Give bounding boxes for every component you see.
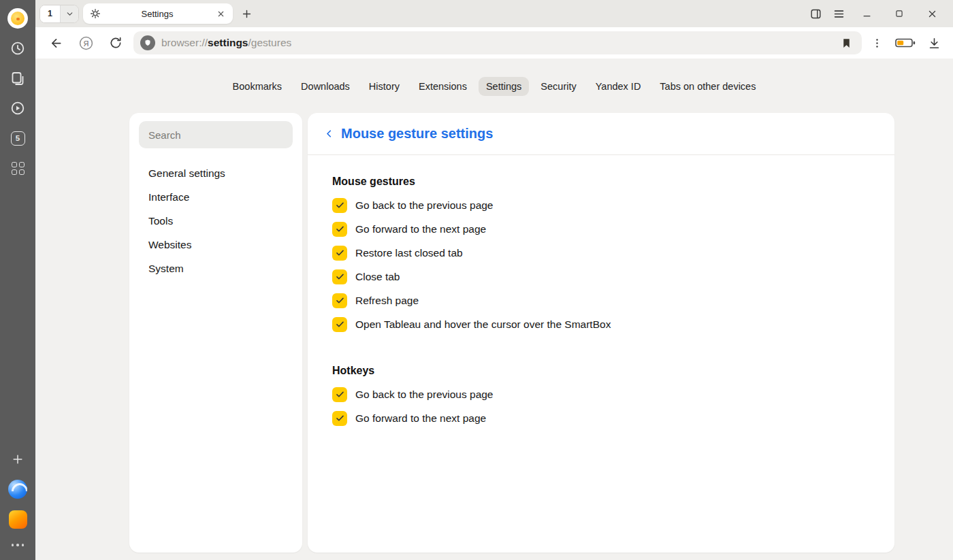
- tabs-counter: 5: [11, 131, 25, 146]
- avatar: [7, 8, 28, 29]
- checkbox[interactable]: [332, 387, 347, 402]
- active-tab[interactable]: Settings: [83, 3, 233, 24]
- checkbox[interactable]: [332, 246, 347, 261]
- search-input[interactable]: [139, 121, 293, 148]
- address-bar[interactable]: browser://settings/gestures: [133, 31, 862, 54]
- sidebar-item-tools[interactable]: Tools: [139, 209, 293, 233]
- checkbox[interactable]: [332, 411, 347, 426]
- tab-group-counter[interactable]: 1: [40, 5, 61, 22]
- tab-close-button[interactable]: [214, 7, 227, 20]
- browser-menu-button[interactable]: [829, 4, 848, 23]
- minimize-icon: [862, 9, 872, 19]
- history-clock-icon: [10, 40, 26, 56]
- address-more-button[interactable]: [867, 33, 886, 52]
- maximize-icon: [894, 9, 904, 18]
- address-row: Я browser://settings/gestures: [35, 27, 953, 59]
- checkbox[interactable]: [332, 317, 347, 332]
- video-button[interactable]: [5, 95, 31, 121]
- checkmark-icon: [335, 200, 345, 210]
- checkmark-icon: [335, 413, 345, 423]
- settings-sidebar-card: General settingsInterfaceToolsWebsitesSy…: [129, 113, 302, 553]
- checkmark-icon: [335, 319, 345, 329]
- option-label: Go back to the previous page: [355, 199, 494, 212]
- profile-avatar-button[interactable]: [5, 5, 31, 31]
- settings-sections-list: General settingsInterfaceToolsWebsitesSy…: [139, 161, 293, 280]
- new-tab-button[interactable]: [237, 4, 256, 23]
- history-button[interactable]: [5, 35, 31, 61]
- side-panel-button[interactable]: [806, 4, 825, 23]
- tabs-list-button[interactable]: 5: [5, 125, 31, 151]
- nav-item-history[interactable]: History: [361, 77, 407, 96]
- side-panel-icon: [809, 7, 822, 20]
- url-path: /gestures: [248, 37, 292, 48]
- yandex-home-button[interactable]: Я: [74, 31, 98, 55]
- section-heading: Hotkeys: [332, 365, 870, 377]
- apps-button[interactable]: [5, 155, 31, 181]
- sidebar-item-general-settings[interactable]: General settings: [139, 161, 293, 185]
- downloads-button[interactable]: [924, 33, 943, 52]
- gesture-settings-card: Mouse gesture settings Mouse gesturesGo …: [308, 113, 894, 553]
- page-title: Mouse gesture settings: [341, 126, 493, 142]
- svg-text:Я: Я: [83, 39, 88, 47]
- checkmark-icon: [335, 295, 345, 306]
- browser-logo-icon: [8, 480, 27, 499]
- close-icon: [216, 10, 225, 18]
- nav-item-downloads[interactable]: Downloads: [293, 77, 357, 96]
- gesture-sections: Mouse gesturesGo back to the previous pa…: [308, 155, 894, 450]
- minimize-button[interactable]: [852, 3, 881, 24]
- checkbox[interactable]: [332, 198, 347, 213]
- close-window-button[interactable]: [918, 3, 946, 24]
- refresh-button[interactable]: [103, 31, 128, 55]
- nav-item-settings[interactable]: Settings: [479, 77, 529, 96]
- sidebar-item-system[interactable]: System: [139, 257, 293, 280]
- checkbox[interactable]: [332, 293, 347, 308]
- option-row-close-tab[interactable]: Close tab: [332, 265, 870, 289]
- nav-item-extensions[interactable]: Extensions: [411, 77, 474, 96]
- checkbox[interactable]: [332, 222, 347, 237]
- sidebar-item-interface[interactable]: Interface: [139, 185, 293, 209]
- battery-button[interactable]: [892, 33, 919, 52]
- checkbox[interactable]: [332, 269, 347, 284]
- yandex-ya-icon: Я: [78, 35, 94, 51]
- yandex-app-icon: [9, 510, 27, 529]
- option-row-open-tableau-and-hover-the-cursor-over-the-smartbox[interactable]: Open Tableau and hover the cursor over t…: [332, 312, 870, 336]
- sidebar-item-websites[interactable]: Websites: [139, 233, 293, 257]
- gear-icon: [90, 8, 101, 19]
- option-label: Refresh page: [355, 295, 419, 307]
- more-dots-icon: [12, 544, 25, 546]
- nav-item-yandex-id[interactable]: Yandex ID: [588, 77, 649, 96]
- bookmark-flag-icon: [841, 37, 852, 49]
- apps-grid-icon: [12, 162, 25, 175]
- browser-window: 5 1 Settings: [0, 0, 953, 560]
- page-back-button[interactable]: [321, 127, 336, 142]
- url-scheme: browser://: [161, 37, 208, 48]
- option-row-go-forward-to-the-next-page[interactable]: Go forward to the next page: [332, 406, 870, 430]
- nav-item-bookmarks[interactable]: Bookmarks: [225, 77, 290, 96]
- option-row-go-back-to-the-previous-page[interactable]: Go back to the previous page: [332, 382, 870, 406]
- maximize-button[interactable]: [885, 3, 914, 24]
- rail-more-button[interactable]: [5, 536, 31, 554]
- collections-button[interactable]: [5, 65, 31, 91]
- option-label: Go back to the previous page: [355, 389, 494, 401]
- browser-logo-button[interactable]: [5, 476, 31, 502]
- back-arrow-icon: [49, 36, 63, 50]
- nav-item-security[interactable]: Security: [533, 77, 583, 96]
- yandex-app-button[interactable]: [5, 506, 31, 532]
- tab-group-chevron-button[interactable]: [61, 5, 78, 22]
- option-row-go-forward-to-the-next-page[interactable]: Go forward to the next page: [332, 217, 870, 241]
- option-row-go-back-to-the-previous-page[interactable]: Go back to the previous page: [332, 193, 870, 217]
- back-button[interactable]: [44, 31, 68, 55]
- option-row-restore-last-closed-tab[interactable]: Restore last closed tab: [332, 241, 870, 265]
- url-highlight: settings: [208, 37, 248, 48]
- battery-icon: [895, 37, 916, 48]
- checkmark-icon: [335, 389, 345, 399]
- page-header: Mouse gesture settings: [308, 113, 894, 155]
- rail-add-button[interactable]: [5, 446, 31, 472]
- checkmark-icon: [335, 224, 345, 234]
- bookmark-button[interactable]: [837, 34, 855, 52]
- nav-item-tabs-on-other-devices[interactable]: Tabs on other devices: [652, 77, 763, 96]
- section-heading: Mouse gestures: [332, 176, 870, 188]
- option-row-refresh-page[interactable]: Refresh page: [332, 289, 870, 312]
- side-rail: 5: [0, 0, 35, 560]
- settings-cards: General settingsInterfaceToolsWebsitesSy…: [129, 113, 894, 553]
